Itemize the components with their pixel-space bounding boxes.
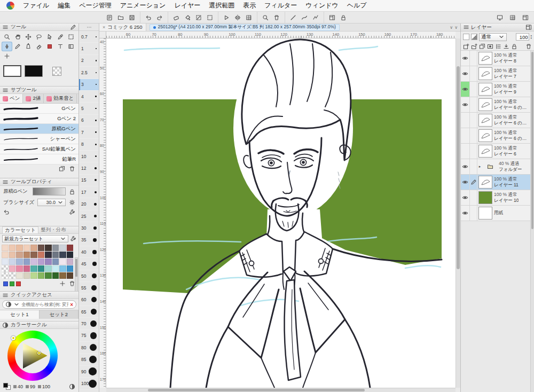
- color-swatch[interactable]: [45, 245, 52, 251]
- layer-visibility-cell[interactable]: [461, 206, 470, 221]
- new-canvas-button[interactable]: [104, 13, 115, 22]
- subtool-tab[interactable]: 2値: [23, 94, 44, 103]
- size-settings-icon[interactable]: [69, 199, 75, 206]
- layer-thumbnail[interactable]: [478, 67, 492, 80]
- color-swatch[interactable]: [45, 272, 52, 279]
- search-bar[interactable]: ×: [2, 300, 76, 309]
- menu-item[interactable]: 編集: [58, 1, 70, 10]
- layer-row[interactable]: 100 % 通常レイヤー 7: [461, 66, 530, 82]
- brush-size-item[interactable]: 55: [79, 282, 99, 294]
- grid-toggle-button[interactable]: [244, 13, 254, 22]
- open-file-button[interactable]: [115, 13, 126, 22]
- duplicate-layer-button[interactable]: [478, 43, 486, 50]
- brush-size-item[interactable]: 80: [79, 342, 99, 354]
- brush-size-item[interactable]: 20: [79, 198, 99, 210]
- color-swatch[interactable]: [16, 272, 23, 279]
- tool-property-header[interactable]: ツールプロパティ: [0, 178, 78, 186]
- layer-opacity-input[interactable]: 100: [516, 33, 529, 41]
- lock-icon[interactable]: [69, 189, 75, 195]
- delete-layer-button[interactable]: [525, 43, 532, 50]
- color-swatch[interactable]: [59, 245, 66, 251]
- layer-thumbnail[interactable]: [478, 52, 492, 65]
- reset-settings-icon[interactable]: [3, 209, 10, 215]
- hand-tool[interactable]: [12, 32, 23, 42]
- panel-menu-icon[interactable]: [2, 292, 9, 299]
- color-wheel-tab-icon[interactable]: [2, 322, 9, 328]
- lock-button[interactable]: [338, 13, 349, 22]
- delete-subtool-icon[interactable]: [69, 166, 75, 172]
- color-swatch[interactable]: [52, 252, 59, 258]
- new-layer-button[interactable]: [462, 43, 470, 50]
- color-swatch[interactable]: [2, 258, 9, 265]
- color-swatch[interactable]: [9, 272, 16, 279]
- color-swatch[interactable]: [9, 258, 16, 265]
- tab-color-set[interactable]: カラーセット: [2, 226, 38, 233]
- brush-size-item[interactable]: 1: [79, 43, 99, 54]
- color-swatch[interactable]: [23, 245, 30, 251]
- color-swatch[interactable]: [59, 258, 66, 265]
- tool-panel-header[interactable]: ツール: [0, 23, 78, 31]
- layer-row[interactable]: 100 % 通常レイヤー 9: [461, 82, 530, 97]
- color-swatch[interactable]: [9, 245, 16, 251]
- object-tool[interactable]: [44, 32, 55, 42]
- panel-menu-icon[interactable]: [2, 179, 9, 185]
- color-swatch[interactable]: [67, 258, 74, 265]
- brush-item[interactable]: SAI鉛筆風ペン: [0, 144, 78, 154]
- clip-layer-button[interactable]: [494, 43, 502, 50]
- fill-button[interactable]: [182, 13, 193, 22]
- brush-size-item[interactable]: 3: [79, 79, 99, 91]
- color-swatch[interactable]: [30, 252, 37, 258]
- brush-size-header[interactable]: [79, 23, 99, 31]
- layer-visibility-cell[interactable]: [461, 82, 470, 97]
- color-swatch[interactable]: [59, 252, 66, 258]
- layer-thumbnail[interactable]: [478, 176, 492, 189]
- color-swatch[interactable]: [52, 265, 59, 272]
- layer-row[interactable]: 100 % 通常レイヤー 11: [461, 175, 530, 190]
- brush-size-item[interactable]: 35: [79, 234, 99, 246]
- brush-item[interactable]: 鉛筆R: [0, 154, 78, 164]
- menu-item[interactable]: レイヤー: [174, 1, 200, 10]
- brush-size-item[interactable]: 70: [79, 318, 99, 330]
- redo-button[interactable]: [154, 13, 165, 22]
- layer-visibility-cell[interactable]: [461, 51, 470, 66]
- subtool-tab[interactable]: 効果音と: [44, 94, 77, 103]
- merge-down-button[interactable]: [502, 43, 510, 50]
- panel-menu-icon[interactable]: [463, 24, 469, 30]
- flip-canvas-button[interactable]: [232, 13, 243, 22]
- layer-thumbnail[interactable]: [478, 114, 492, 127]
- add-tool-button[interactable]: [2, 51, 12, 61]
- pencil-tool[interactable]: [12, 42, 23, 51]
- color-swatch[interactable]: [2, 265, 9, 272]
- undo-button[interactable]: [143, 13, 154, 22]
- color-swatch[interactable]: [30, 272, 37, 279]
- brush-size-item[interactable]: 25: [79, 210, 99, 222]
- tab-align-distribute[interactable]: 整列・分布: [41, 226, 66, 233]
- layer-thumbnail[interactable]: [483, 160, 497, 173]
- layer-row[interactable]: 100 % 通常レイヤー 8: [461, 51, 530, 66]
- primary-color-chip[interactable]: [16, 281, 21, 286]
- quick-access-tab[interactable]: セット1: [0, 310, 40, 319]
- color-swatch[interactable]: [2, 272, 9, 279]
- menu-item[interactable]: フィルター: [264, 1, 297, 10]
- brush-size-item[interactable]: 10: [79, 151, 99, 162]
- panel-layout-button[interactable]: [327, 13, 337, 22]
- color-swatch[interactable]: [59, 272, 66, 279]
- vertical-scrollbar-thumb[interactable]: [457, 66, 460, 269]
- brush-size-item[interactable]: 2: [79, 55, 99, 67]
- vertical-scrollbar[interactable]: [456, 38, 460, 388]
- app-logo-icon[interactable]: [6, 2, 14, 10]
- layer-row[interactable]: ▸40 % 通過フォルダー: [461, 159, 530, 175]
- brush-item[interactable]: 原稿Gペン: [0, 124, 78, 134]
- brush-size-item[interactable]: 0.7: [79, 31, 99, 43]
- primary-color-chip[interactable]: [10, 281, 14, 286]
- transparent-color-swatch[interactable]: [52, 67, 61, 76]
- erase-button[interactable]: [171, 13, 182, 22]
- color-swatch[interactable]: [38, 258, 45, 265]
- color-swatch[interactable]: [23, 258, 30, 265]
- layer-visibility-cell[interactable]: [461, 97, 470, 112]
- opacity-spinner[interactable]: ▴▾: [530, 34, 532, 40]
- color-swatch[interactable]: [38, 272, 45, 279]
- layer-thumbnail[interactable]: [478, 191, 492, 204]
- lasso-tool[interactable]: [34, 32, 44, 42]
- wheel-mode-icon[interactable]: [69, 383, 75, 390]
